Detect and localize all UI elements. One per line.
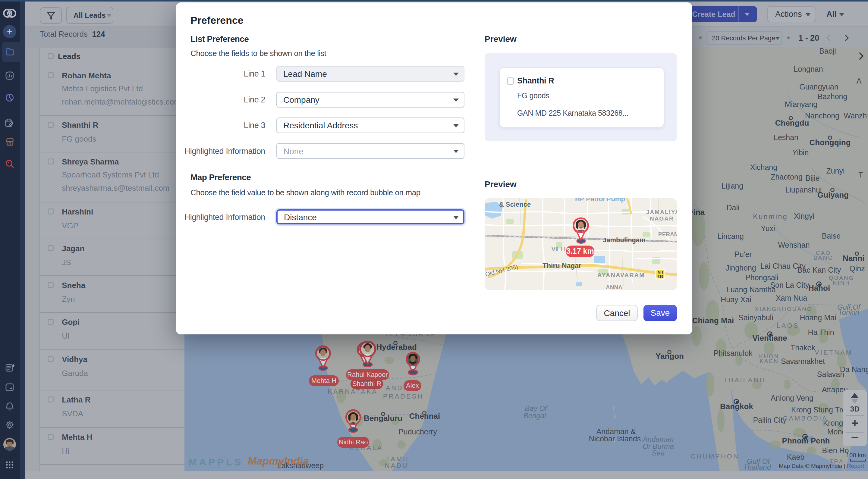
svg-text:JAMALIYA: JAMALIYA [646,209,677,215]
svg-text:716: 716 [657,275,663,279]
svg-text:PERAM: PERAM [658,231,677,237]
svg-text:3.17 km: 3.17 km [566,247,594,255]
svg-text:NH: NH [658,270,663,275]
svg-text:HP Petrol Pump: HP Petrol Pump [575,198,625,203]
svg-text:& Science: & Science [499,201,531,208]
svg-text:VILLI: VILLI [552,246,565,252]
svg-text:ANNA: ANNA [606,284,622,290]
svg-text:AYANAVARAM: AYANAVARAM [597,272,645,278]
svg-text:Thiru Nagar: Thiru Nagar [542,262,581,269]
svg-text:Jambulingam: Jambulingam [603,236,646,244]
svg-text:NAGAR: NAGAR [650,215,674,222]
